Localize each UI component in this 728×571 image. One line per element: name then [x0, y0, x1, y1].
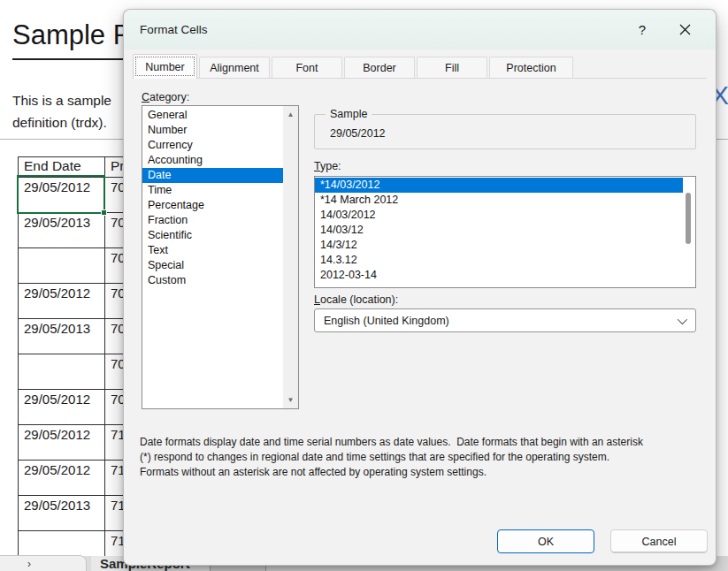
- type-item[interactable]: *14 March 2012: [315, 193, 683, 208]
- intro-line-2: definition (trdx).: [12, 111, 111, 133]
- dialog-title: Format Cells: [124, 23, 208, 36]
- cell-end-date[interactable]: 29/05/2012: [19, 178, 105, 213]
- type-item[interactable]: *14/03/2012: [315, 178, 683, 193]
- type-scrollbar-thumb[interactable]: [686, 193, 691, 244]
- cell-end-date[interactable]: 29/05/2012: [19, 284, 105, 319]
- cell-end-date[interactable]: 29/05/2013: [19, 213, 105, 248]
- column-header-end-date: End Date: [19, 157, 105, 178]
- tab-number[interactable]: Number: [133, 54, 197, 79]
- category-item[interactable]: Percentage: [142, 198, 283, 213]
- type-item[interactable]: 14/03/2012: [315, 208, 683, 223]
- tab-protection[interactable]: Protection: [489, 57, 573, 78]
- category-item[interactable]: Special: [142, 258, 283, 273]
- cell-end-date[interactable]: [19, 354, 105, 390]
- scroll-up-icon[interactable]: ▲: [283, 110, 298, 118]
- cell-end-date[interactable]: [19, 248, 105, 284]
- category-item[interactable]: Currency: [142, 138, 283, 153]
- scroll-down-icon[interactable]: ▼: [283, 396, 298, 404]
- locale-dropdown[interactable]: English (United Kingdom): [314, 308, 696, 332]
- type-item[interactable]: 14/03/12: [315, 223, 683, 238]
- format-cells-dialog: Format Cells ? Number Alignment Font Bor…: [123, 9, 717, 566]
- cell-end-date[interactable]: 29/05/2012: [19, 461, 105, 496]
- category-item[interactable]: Scientific: [142, 228, 283, 243]
- ok-button[interactable]: OK: [497, 529, 594, 553]
- category-item[interactable]: Custom: [142, 273, 283, 288]
- close-icon[interactable]: [679, 24, 691, 35]
- sample-groupbox: Sample 29/05/2012: [314, 114, 696, 149]
- locale-selected-value: English (United Kingdom): [315, 315, 449, 327]
- cell-end-date[interactable]: 29/05/2012: [19, 390, 105, 425]
- category-item[interactable]: Time: [142, 183, 283, 198]
- format-description-text: Date formats display date and time seria…: [140, 435, 715, 480]
- sample-value: 29/05/2012: [330, 127, 386, 140]
- category-item[interactable]: Text: [142, 243, 283, 258]
- sheet-nav-panel[interactable]: ›: [0, 555, 87, 571]
- dialog-tabstrip: Number Alignment Font Border Fill Protec…: [133, 54, 707, 79]
- type-label: Type:: [314, 160, 341, 172]
- cell-end-date[interactable]: 29/05/2013: [19, 496, 105, 531]
- category-item[interactable]: Fraction: [142, 213, 283, 228]
- dialog-titlebar: Format Cells ?: [124, 10, 716, 49]
- chevron-down-icon: [678, 314, 687, 324]
- cell-end-date[interactable]: 29/05/2013: [19, 319, 105, 354]
- cell-end-date[interactable]: 29/05/2012: [19, 425, 105, 461]
- tab-fill[interactable]: Fill: [417, 57, 487, 78]
- tab-border[interactable]: Border: [344, 57, 415, 78]
- category-item[interactable]: Accounting: [142, 153, 283, 168]
- intro-line-1: This is a sample: [12, 89, 111, 111]
- type-item[interactable]: 14.3.12: [315, 253, 683, 268]
- cancel-button[interactable]: Cancel: [610, 529, 708, 553]
- locale-label: Locale (location):: [314, 293, 398, 306]
- category-label: Category:: [142, 91, 189, 103]
- category-listbox: General Number Currency Accounting Date …: [142, 105, 299, 409]
- category-item[interactable]: General: [142, 108, 283, 123]
- category-item[interactable]: Date: [142, 168, 283, 183]
- intro-text: This is a sample definition (trdx).: [12, 89, 111, 133]
- sample-group-label: Sample: [326, 108, 372, 120]
- tab-alignment[interactable]: Alignment: [199, 57, 270, 78]
- category-item[interactable]: Number: [142, 123, 283, 138]
- help-icon[interactable]: ?: [639, 23, 646, 36]
- tab-font[interactable]: Font: [272, 57, 342, 78]
- type-item[interactable]: 2012-03-14: [315, 268, 683, 283]
- type-item[interactable]: 14/3/12: [315, 238, 683, 253]
- sheet-nav-arrow-icon[interactable]: ›: [27, 558, 31, 570]
- category-scrollbar[interactable]: ▲ ▼: [283, 106, 298, 408]
- type-listbox: *14/03/2012 *14 March 2012 14/03/2012 14…: [314, 176, 696, 288]
